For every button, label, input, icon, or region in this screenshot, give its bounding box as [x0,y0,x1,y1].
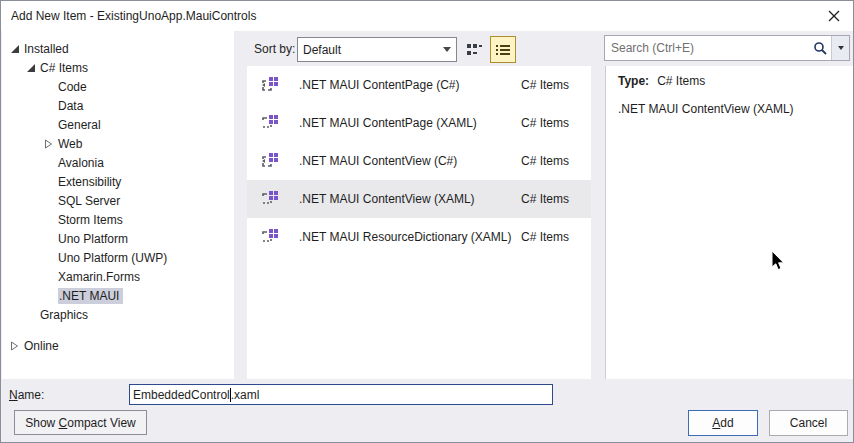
tree-item-label: Avalonia [58,156,104,170]
tree-item-label: C# Items [40,61,88,75]
details-panel: Type: C# Items .NET MAUI ContentView (XA… [605,66,854,379]
titlebar: Add New Item - ExistingUnoApp.MauiContro… [1,1,853,31]
maui-xaml-template-icon [261,114,279,132]
template-row[interactable]: .NET MAUI ContentView (C#) C# Items [247,142,591,180]
tree-item-label: Extensibility [58,175,121,189]
template-row[interactable]: .NET MAUI ResourceDictionary (XAML) C# I… [247,218,591,256]
maui-xaml-template-icon [261,190,279,208]
tree-item-label: Xamarin.Forms [58,270,140,284]
tree-item-dotnet-maui[interactable]: .NET MAUI [2,286,234,305]
search-dropdown-button[interactable] [832,36,849,60]
sort-by-value: Default [298,43,438,57]
name-input[interactable]: EmbeddedControl.xaml [129,384,553,405]
close-button[interactable] [825,7,843,25]
template-row[interactable]: .NET MAUI ContentPage (XAML) C# Items [247,104,591,142]
maui-csharp-template-icon [261,152,279,170]
template-type: C# Items [521,154,581,168]
template-name: .NET MAUI ContentPage (C#) [299,78,521,92]
tree-item-sql-server[interactable]: SQL Server [2,191,234,210]
tree-item-label: Installed [24,42,69,56]
footer: Name: EmbeddedControl.xaml Show Compact … [1,379,853,443]
template-row-selected[interactable]: .NET MAUI ContentView (XAML) C# Items [247,180,591,218]
small-icons-view-button[interactable] [461,36,487,63]
template-type: C# Items [521,192,581,206]
tree-item-label-selected: .NET MAUI [58,288,123,304]
tree-item-label: Storm Items [58,213,123,227]
tree-item-xamarin-forms[interactable]: Xamarin.Forms [2,267,234,286]
tree-item-uno-platform[interactable]: Uno Platform [2,229,234,248]
tree-item-web[interactable]: Web [2,134,234,153]
tree-item-label: SQL Server [58,194,120,208]
tree-item-label: Online [24,339,59,353]
tree-item-csharp-items[interactable]: C# Items [2,58,234,77]
maui-xaml-template-icon [261,228,279,246]
tree-item-graphics[interactable]: Graphics [2,305,234,324]
tree-item-label: Graphics [40,308,88,322]
sort-by-dropdown[interactable]: Default [297,37,457,62]
window-title: Add New Item - ExistingUnoApp.MauiContro… [11,9,256,23]
search-box[interactable]: Search (Ctrl+E) [604,35,850,61]
list-view-button[interactable] [490,36,516,63]
template-row[interactable]: .NET MAUI ContentPage (C#) C# Items [247,66,591,104]
tree-item-label: General [58,118,101,132]
name-value-before-caret: EmbeddedControl [133,388,230,402]
add-new-item-dialog: Add New Item - ExistingUnoApp.MauiContro… [0,0,854,443]
tree-item-online[interactable]: Online [2,336,234,355]
template-name: .NET MAUI ContentView (C#) [299,154,521,168]
tree-item-label: Code [58,80,87,94]
name-label: Name: [9,388,44,402]
search-icon [809,41,831,55]
details-type-value: C# Items [657,74,705,88]
tree-item-extensibility[interactable]: Extensibility [2,172,234,191]
name-value-after-caret: .xaml [231,388,260,402]
collapse-arrow-icon[interactable] [44,139,58,149]
small-icons-view-icon [466,42,482,58]
tree-item-code[interactable]: Code [2,77,234,96]
maui-csharp-template-icon [261,76,279,94]
template-type: C# Items [521,230,581,244]
expand-arrow-icon[interactable] [26,63,40,73]
collapse-arrow-icon[interactable] [10,341,24,351]
expand-arrow-icon[interactable] [10,44,24,54]
show-compact-view-button[interactable]: Show Compact View [14,410,147,435]
template-name: .NET MAUI ContentPage (XAML) [299,116,521,130]
details-description: .NET MAUI ContentView (XAML) [618,102,842,116]
sort-by-label: Sort by: [254,42,295,56]
template-type: C# Items [521,116,581,130]
tree-item-label: Data [58,99,83,113]
tree-item-general[interactable]: General [2,115,234,134]
mouse-cursor [771,251,787,273]
tree-item-uno-platform-uwp[interactable]: Uno Platform (UWP) [2,248,234,267]
chevron-down-icon [838,46,844,50]
category-tree: Installed C# Items Code Data General Web… [2,31,234,379]
details-type-label: Type: [618,74,649,88]
tree-item-label: Uno Platform [58,232,128,246]
tree-item-label: Web [58,137,82,151]
search-input[interactable]: Search (Ctrl+E) [605,41,809,55]
add-button[interactable]: Add [688,410,758,436]
template-list: .NET MAUI ContentPage (C#) C# Items .NET… [247,66,591,379]
tree-item-storm-items[interactable]: Storm Items [2,210,234,229]
list-view-icon [495,43,511,57]
chevron-down-icon [438,47,456,52]
template-type: C# Items [521,78,581,92]
template-name: .NET MAUI ContentView (XAML) [299,192,521,206]
tree-item-data[interactable]: Data [2,96,234,115]
tree-item-installed[interactable]: Installed [2,39,234,58]
close-icon [828,10,840,22]
tree-item-label: Uno Platform (UWP) [58,251,167,265]
cancel-button[interactable]: Cancel [769,410,848,436]
tree-item-avalonia[interactable]: Avalonia [2,153,234,172]
template-name: .NET MAUI ResourceDictionary (XAML) [299,230,521,244]
